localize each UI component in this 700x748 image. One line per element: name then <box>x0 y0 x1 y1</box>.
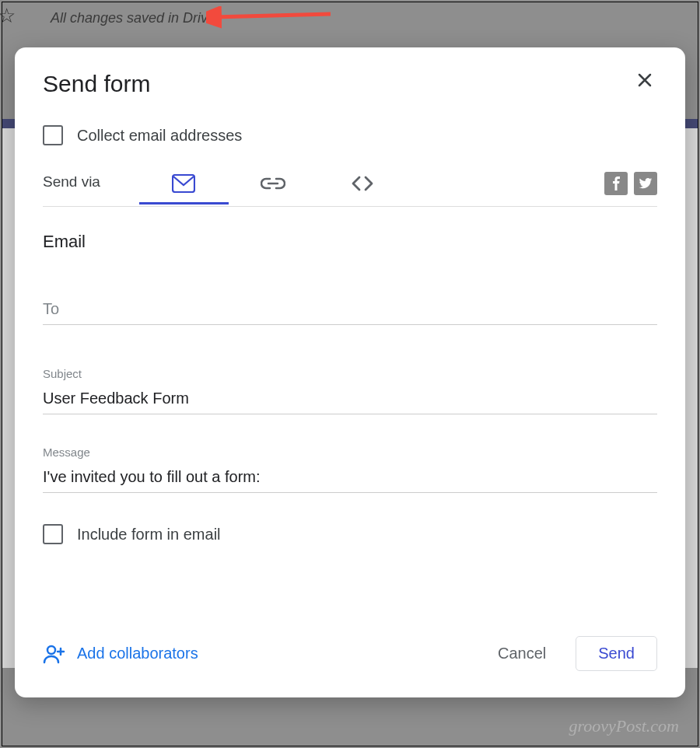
include-form-checkbox[interactable] <box>43 524 63 544</box>
twitter-icon <box>639 177 653 190</box>
dialog-title: Send form <box>43 71 150 97</box>
cancel-button[interactable]: Cancel <box>484 637 560 670</box>
collect-emails-row: Collect email addresses <box>43 125 657 145</box>
app-top-bar: ☆ All changes saved in Drive <box>2 2 698 33</box>
send-via-label: Send via <box>43 173 100 204</box>
close-button[interactable] <box>632 68 657 96</box>
collect-emails-label: Collect email addresses <box>77 127 242 145</box>
send-via-tabs: Send via <box>43 172 657 207</box>
message-field: Message <box>43 446 657 493</box>
share-facebook-button[interactable] <box>604 172 628 195</box>
email-icon <box>172 174 195 193</box>
tab-link[interactable] <box>229 177 318 201</box>
social-share-icons <box>604 172 657 206</box>
collect-emails-checkbox[interactable] <box>43 125 63 145</box>
send-form-dialog: Send form Collect email addresses Send v… <box>15 47 685 697</box>
to-field <box>43 295 657 325</box>
star-icon[interactable]: ☆ <box>0 4 16 28</box>
message-input[interactable] <box>43 463 657 493</box>
message-label: Message <box>43 446 657 459</box>
embed-icon <box>350 175 375 192</box>
subject-input[interactable] <box>43 385 657 414</box>
subject-field: Subject <box>43 367 657 414</box>
share-twitter-button[interactable] <box>634 172 657 195</box>
facebook-icon <box>609 177 623 190</box>
dialog-footer: Add collaborators Cancel Send <box>43 605 657 671</box>
include-form-label: Include form in email <box>77 526 221 544</box>
link-icon <box>261 177 285 190</box>
footer-actions: Cancel Send <box>484 636 657 671</box>
add-collaborators-button[interactable]: Add collaborators <box>43 644 198 664</box>
include-form-row: Include form in email <box>43 524 657 544</box>
send-button[interactable]: Send <box>576 636 657 671</box>
close-icon <box>635 71 654 89</box>
tab-email[interactable] <box>139 174 229 204</box>
add-collaborators-label: Add collaborators <box>77 645 198 662</box>
to-input[interactable] <box>43 295 657 325</box>
svg-point-3 <box>47 646 55 654</box>
dialog-header: Send form <box>43 71 657 97</box>
email-section-title: Email <box>43 232 657 252</box>
tab-embed[interactable] <box>318 175 408 203</box>
person-add-icon <box>43 644 66 664</box>
page-frame: ☆ All changes saved in Drive Send form C… <box>2 2 698 746</box>
subject-label: Subject <box>43 367 657 380</box>
watermark-text: groovyPost.com <box>569 716 679 736</box>
save-status-text: All changes saved in Drive <box>51 10 215 26</box>
